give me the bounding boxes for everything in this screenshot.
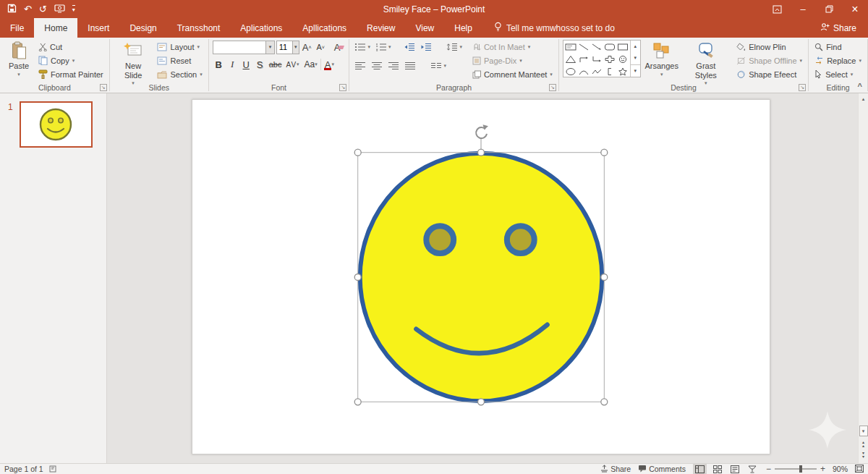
- shrink-font-button[interactable]: A˅: [315, 40, 327, 54]
- resize-handle-bottom[interactable]: [478, 399, 485, 405]
- align-left-button[interactable]: [353, 59, 367, 73]
- line-spacing-button[interactable]: [445, 40, 464, 54]
- text-shadow-button[interactable]: S: [254, 57, 266, 72]
- tab-view[interactable]: View: [405, 18, 444, 38]
- resize-handle-bottom-left[interactable]: [354, 399, 361, 405]
- shape-rounded-rectangle-icon[interactable]: [604, 43, 616, 51]
- close-button[interactable]: ×: [842, 0, 868, 18]
- zoom-out-icon[interactable]: −: [766, 464, 771, 474]
- copy-button[interactable]: Copy: [36, 54, 106, 67]
- columns-button[interactable]: [429, 59, 448, 73]
- collapse-ribbon-icon[interactable]: ^: [858, 82, 862, 90]
- change-case-button[interactable]: Aa: [303, 57, 319, 72]
- resize-handle-top-right[interactable]: [601, 149, 608, 156]
- select-button[interactable]: Select: [812, 67, 864, 81]
- resize-handle-top[interactable]: [478, 149, 485, 156]
- slideshow-view-button[interactable]: [746, 464, 759, 474]
- tell-me-box[interactable]: Tell me wmwhosso set to do: [487, 18, 622, 38]
- decrease-indent-button[interactable]: [402, 40, 417, 54]
- font-size-caret-icon[interactable]: [292, 41, 299, 54]
- vertical-scrollbar[interactable]: ▴ ▾ ▴▴ ▾▾: [858, 93, 868, 463]
- normal-view-button[interactable]: [693, 464, 707, 474]
- zoom-in-icon[interactable]: +: [820, 464, 825, 474]
- slideshow-icon[interactable]: [54, 3, 65, 16]
- shape-bracket-icon[interactable]: [604, 67, 616, 76]
- minimize-button[interactable]: –: [790, 0, 816, 18]
- font-size-combo[interactable]: [276, 41, 299, 54]
- cut-button[interactable]: Cut: [36, 40, 106, 54]
- resize-handle-left[interactable]: [354, 274, 361, 281]
- ribbon-display-options-button[interactable]: [764, 0, 790, 18]
- align-center-button[interactable]: [370, 59, 384, 73]
- italic-button[interactable]: I: [226, 57, 239, 72]
- shape-arrow-icon[interactable]: [591, 43, 603, 51]
- customize-qat-icon[interactable]: ▾: [72, 5, 75, 13]
- font-dialog-launcher-icon[interactable]: [339, 84, 346, 91]
- shape-textbox-icon[interactable]: [565, 43, 576, 51]
- tab-insert[interactable]: Insert: [77, 18, 119, 38]
- zoom-slider[interactable]: − +: [766, 464, 825, 474]
- shapes-scroll-down-icon[interactable]: ▾: [631, 52, 640, 64]
- layout-button[interactable]: Layout: [155, 40, 204, 54]
- find-button[interactable]: Find: [812, 40, 864, 54]
- restore-button[interactable]: [816, 0, 842, 18]
- font-name-input[interactable]: [213, 41, 266, 54]
- reset-button[interactable]: Reset: [155, 54, 204, 67]
- align-right-button[interactable]: [386, 59, 401, 73]
- shapes-gallery[interactable]: ▴ ▾ ▾: [563, 40, 641, 77]
- section-button[interactable]: Section: [155, 67, 204, 81]
- justify-button[interactable]: [403, 59, 417, 73]
- save-icon[interactable]: [7, 3, 17, 16]
- shape-freeform-icon[interactable]: [591, 67, 603, 76]
- shape-arc-icon[interactable]: [578, 67, 590, 76]
- zoom-thumb[interactable]: [799, 465, 802, 473]
- font-name-caret-icon[interactable]: [265, 41, 273, 54]
- bullets-button[interactable]: [353, 40, 372, 54]
- tab-apllications[interactable]: Apllications: [292, 18, 357, 38]
- new-slide-button[interactable]: New Slide: [114, 40, 153, 88]
- font-name-combo[interactable]: [213, 41, 275, 54]
- clipboard-dialog-launcher-icon[interactable]: [100, 84, 107, 91]
- previous-slide-button[interactable]: ▴▴: [859, 439, 868, 449]
- scroll-up-icon[interactable]: ▴: [859, 93, 868, 104]
- smiley-face-shape[interactable]: [360, 153, 603, 402]
- next-slide-button[interactable]: ▾▾: [859, 449, 868, 460]
- shape-rectangle-icon[interactable]: [617, 43, 629, 51]
- shape-smiley-icon[interactable]: [617, 55, 629, 64]
- share-button[interactable]: Share: [809, 18, 868, 38]
- notes-flag-icon[interactable]: [49, 465, 56, 473]
- tab-file[interactable]: File: [0, 18, 34, 38]
- arrange-button[interactable]: Arsanges: [643, 40, 681, 79]
- shape-oval-icon[interactable]: [565, 67, 576, 76]
- strikethrough-button[interactable]: abc: [268, 57, 284, 72]
- text-direction-button[interactable]: Cot In Maet: [470, 40, 555, 54]
- drawing-dialog-launcher-icon[interactable]: [799, 84, 806, 91]
- slide-canvas[interactable]: [192, 99, 770, 454]
- reading-view-button[interactable]: [728, 464, 741, 474]
- scroll-down-icon[interactable]: ▾: [859, 426, 868, 436]
- slide-sorter-view-button[interactable]: [711, 464, 724, 474]
- font-size-input[interactable]: [277, 41, 292, 54]
- bold-button[interactable]: B: [213, 57, 225, 72]
- tab-review[interactable]: Review: [357, 18, 405, 38]
- format-painter-button[interactable]: Format Painter: [36, 67, 106, 81]
- resize-handle-right[interactable]: [601, 274, 608, 281]
- align-text-button[interactable]: Page-Dix: [470, 54, 555, 67]
- zoom-track[interactable]: [775, 468, 817, 470]
- shape-fill-button[interactable]: Elnow Plin: [734, 40, 804, 54]
- clear-formatting-button[interactable]: A: [333, 40, 346, 54]
- shape-outline-button[interactable]: Shape Offline: [734, 54, 804, 67]
- rotate-handle-icon[interactable]: [476, 124, 488, 138]
- shape-triangle-icon[interactable]: [565, 55, 576, 64]
- zoom-level[interactable]: 90%: [833, 465, 848, 473]
- shapes-more-icon[interactable]: ▾: [631, 64, 640, 77]
- grow-font-button[interactable]: A˄: [301, 40, 313, 54]
- shape-cross-icon[interactable]: [604, 55, 616, 64]
- shape-elbow-arrow-icon[interactable]: [591, 55, 603, 64]
- shape-star-icon[interactable]: [617, 67, 629, 76]
- paste-button[interactable]: Paste: [4, 40, 34, 79]
- shape-effects-button[interactable]: Shape Efeect: [734, 67, 804, 81]
- resize-handle-bottom-right[interactable]: [601, 399, 608, 405]
- tab-design[interactable]: Design: [119, 18, 166, 38]
- numbering-button[interactable]: [374, 40, 393, 54]
